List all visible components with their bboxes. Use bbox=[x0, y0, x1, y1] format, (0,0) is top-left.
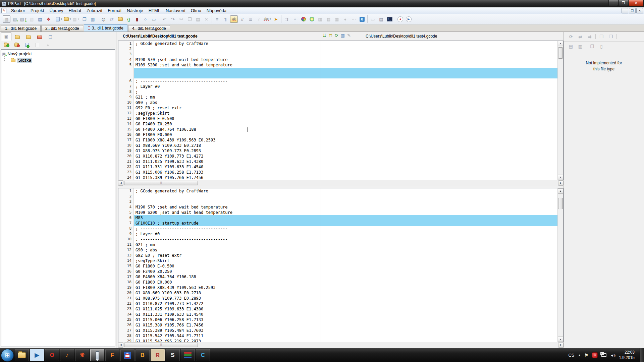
action-center-flag-icon[interactable]: ⚑ bbox=[584, 353, 588, 358]
network-icon[interactable] bbox=[601, 353, 606, 357]
preview-button[interactable]: ○ bbox=[142, 15, 149, 23]
line-operations-button[interactable]: ≡ bbox=[213, 15, 221, 23]
code-window-button[interactable]: ▤ bbox=[377, 15, 385, 23]
volume-icon[interactable]: ◄)) bbox=[610, 353, 615, 357]
dropdown-arrow-icon[interactable]: ▼ bbox=[60, 18, 62, 20]
record-macro-button[interactable]: ● bbox=[396, 15, 404, 23]
terminal-button[interactable]: >_ bbox=[386, 15, 393, 23]
run-button[interactable]: ▶ bbox=[405, 15, 413, 23]
project-tree[interactable]: ▣Nový projektSložka bbox=[1, 49, 115, 347]
media-player-app[interactable]: ▶ bbox=[30, 349, 44, 361]
clock[interactable]: 22:03 1.9.2015 bbox=[619, 350, 635, 360]
next-difference-icon[interactable]: ⇊ bbox=[323, 33, 326, 38]
menu-projekt[interactable]: Projekt bbox=[28, 8, 47, 13]
tab-1[interactable]: 1.. dil1 test.gcode bbox=[1, 25, 41, 32]
log-book-button[interactable]: ▮ bbox=[133, 15, 141, 23]
hidden-icons-arrow[interactable]: ▲ bbox=[578, 354, 581, 357]
syntax-highlight-button[interactable]: ab bbox=[230, 15, 238, 23]
menu-hledat[interactable]: Hledat bbox=[66, 8, 84, 13]
reopen-project-button[interactable]: ▧▸▼ bbox=[19, 15, 27, 23]
scroll-down-arrow[interactable]: ▼ bbox=[558, 337, 563, 342]
craftware-app[interactable]: C bbox=[196, 349, 210, 361]
scroll-left-arrow[interactable]: ◀ bbox=[118, 180, 123, 186]
dropdown-arrow-icon[interactable]: ▼ bbox=[77, 18, 79, 20]
child-close-button[interactable]: ✕ bbox=[636, 8, 643, 13]
language-indicator[interactable]: CS bbox=[568, 353, 574, 358]
menu-okno[interactable]: Okno bbox=[188, 8, 204, 13]
restore-button[interactable]: ❐ bbox=[619, 0, 628, 6]
explorer-panel-button[interactable]: ▥ bbox=[89, 15, 97, 23]
scroll-up-arrow[interactable]: ▲ bbox=[558, 41, 563, 46]
favorites-tab[interactable] bbox=[23, 34, 34, 41]
child-restore-button[interactable]: ❐ bbox=[629, 8, 636, 13]
top-diff-pane[interactable]: 1; GCode generated by CraftWare234M190 S… bbox=[118, 41, 564, 180]
module-cubes-button[interactable]: ❖ bbox=[45, 15, 52, 23]
tab-2[interactable]: 2.. dil1 test2.gcode bbox=[41, 25, 83, 32]
child-minimize-button[interactable]: ─ bbox=[622, 8, 628, 13]
add-folder-button[interactable] bbox=[2, 41, 10, 49]
scroll-right-arrow[interactable]: ▶ bbox=[558, 342, 564, 348]
new-file-button[interactable]: ▼ bbox=[55, 15, 63, 23]
diff-settings-icon[interactable]: ✎ bbox=[347, 33, 351, 38]
minimize-button[interactable]: ─ bbox=[608, 0, 618, 6]
google-button[interactable]: 8 bbox=[358, 15, 366, 23]
scroll-thumb[interactable] bbox=[558, 47, 563, 59]
opera-app[interactable]: O bbox=[45, 349, 59, 361]
menu-soubor[interactable]: Soubor bbox=[8, 8, 28, 13]
tab-4[interactable]: 4.. dil1 test3.gcode bbox=[128, 25, 170, 32]
save-all-button[interactable]: ❐ bbox=[80, 15, 88, 23]
r-block-app[interactable]: R bbox=[151, 349, 165, 361]
sort-lines-button[interactable]: ≣ bbox=[247, 15, 255, 23]
tree-item-novprojekt[interactable]: ▣Nový projekt bbox=[2, 51, 114, 57]
reformat-button[interactable]: // bbox=[238, 15, 246, 23]
dropdown-arrow-icon[interactable]: ▼ bbox=[69, 18, 71, 20]
spell-check-button[interactable]: abc▼ bbox=[264, 15, 271, 23]
find-button[interactable]: ◎ bbox=[100, 15, 107, 23]
code-explorer-button[interactable]: {} bbox=[125, 15, 132, 23]
scroll-thumb[interactable] bbox=[124, 343, 198, 347]
color-picker-button[interactable] bbox=[308, 15, 316, 23]
find-replace-button[interactable]: ⇄ bbox=[108, 15, 116, 23]
pspad-app[interactable] bbox=[90, 349, 104, 361]
hot-files-tab[interactable] bbox=[34, 34, 45, 41]
redo-button[interactable]: ↷ bbox=[169, 15, 177, 23]
winrar-app[interactable] bbox=[181, 349, 195, 361]
prev-difference-icon[interactable]: ⇈ bbox=[329, 33, 332, 38]
side-by-side-icon[interactable]: ▥ bbox=[341, 33, 345, 38]
indent-button[interactable]: ⇉ bbox=[283, 15, 290, 23]
menu-html[interactable]: HTML bbox=[146, 8, 163, 13]
menu-pravy[interactable]: Úpravy bbox=[47, 8, 66, 13]
new-project-button[interactable]: ▧ bbox=[3, 15, 10, 23]
scroll-left-arrow[interactable]: ◀ bbox=[118, 342, 123, 348]
project-panel-button[interactable]: ▤ bbox=[36, 15, 44, 23]
top-pane-vscrollbar[interactable]: ▲ ▼ bbox=[557, 41, 563, 180]
tab-3[interactable]: 3.. dil1 test.gcode bbox=[84, 24, 127, 32]
close-button[interactable]: ✕ bbox=[629, 0, 644, 6]
add-file-button[interactable] bbox=[23, 41, 31, 49]
project-tab[interactable]: ▣ bbox=[1, 33, 11, 41]
print-button[interactable]: ▭ bbox=[150, 15, 158, 23]
files-tab[interactable] bbox=[12, 34, 22, 41]
top-pane-hscrollbar[interactable]: ◀ ▶ bbox=[118, 180, 564, 186]
s-app[interactable]: S bbox=[166, 349, 180, 361]
firefox-app[interactable]: F bbox=[105, 349, 119, 361]
scroll-thumb[interactable] bbox=[124, 181, 198, 185]
scroll-down-arrow[interactable]: ▼ bbox=[558, 175, 563, 180]
bottom-pane-hscrollbar[interactable]: ◀ ▶ bbox=[118, 342, 564, 348]
floppy-app[interactable] bbox=[120, 349, 135, 361]
dropdown-arrow-icon[interactable]: ▼ bbox=[269, 18, 271, 20]
menu-nstroje[interactable]: Nástroje bbox=[124, 8, 146, 13]
menu-formt[interactable]: Formát bbox=[105, 8, 124, 13]
irfanview-app[interactable]: ❋ bbox=[75, 349, 89, 361]
windows-list-tab[interactable]: ❐ bbox=[45, 34, 56, 41]
show-formatting-button[interactable]: ¶ bbox=[222, 15, 229, 23]
start-button[interactable]: ⊞ bbox=[1, 349, 14, 362]
undo-button[interactable]: ↶ bbox=[161, 15, 168, 23]
bottom-pane-vscrollbar[interactable]: ▲ ▼ bbox=[557, 188, 563, 342]
tree-item-sloka[interactable]: Složka bbox=[2, 57, 114, 63]
menu-npovda[interactable]: Nápověda bbox=[204, 8, 229, 13]
audio-app[interactable]: ♪ bbox=[60, 349, 74, 361]
palette-button[interactable] bbox=[300, 15, 307, 23]
open-file-button[interactable]: ▼ bbox=[64, 15, 71, 23]
show-desktop-button[interactable] bbox=[640, 348, 644, 362]
